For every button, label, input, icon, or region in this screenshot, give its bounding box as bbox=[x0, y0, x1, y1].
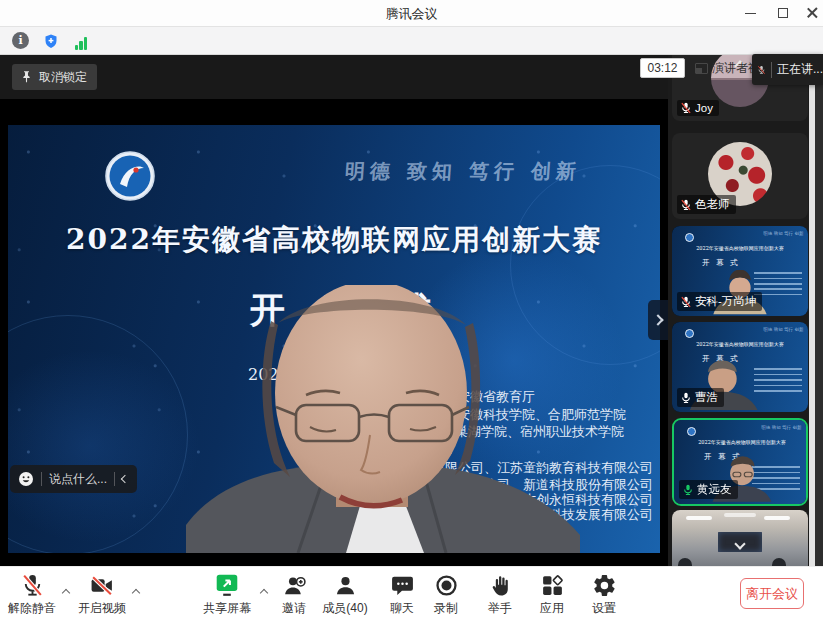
sidebar-collapse-handle[interactable] bbox=[648, 300, 668, 340]
chevron-right-icon bbox=[652, 314, 663, 325]
room-light bbox=[724, 513, 756, 517]
share-options-caret[interactable] bbox=[258, 587, 270, 599]
record-button[interactable]: 录制 bbox=[424, 570, 468, 618]
presenter-person bbox=[178, 285, 588, 553]
mic-on-icon bbox=[680, 392, 692, 404]
start-video-label: 开启视频 bbox=[74, 600, 130, 617]
raise-hand-label: 举手 bbox=[478, 600, 522, 617]
title-bar: 腾讯会议 bbox=[0, 0, 823, 27]
record-icon bbox=[424, 570, 468, 598]
mini-logo bbox=[685, 233, 694, 242]
apps-grid-icon bbox=[530, 570, 574, 598]
scroll-down-button[interactable] bbox=[730, 537, 750, 551]
chat-bubble-icon bbox=[380, 570, 424, 598]
minimize-button[interactable] bbox=[738, 0, 764, 26]
invite-person-icon bbox=[272, 570, 316, 598]
participant-name: 曹浩 bbox=[695, 390, 718, 405]
participant-tile-caohao[interactable]: 明德 致知 笃行 创新 2022年安徽省高校物联网应用创新大赛 开幕式 曹浩 bbox=[672, 322, 808, 412]
network-quality-icon[interactable] bbox=[72, 32, 90, 50]
minimize-icon bbox=[745, 13, 756, 14]
mini-title: 2022年安徽省高校物联网应用创新大赛 bbox=[674, 439, 806, 446]
mini-motto: 明德 致知 笃行 创新 bbox=[764, 326, 804, 332]
unmute-label: 解除静音 bbox=[4, 600, 60, 617]
mic-muted-icon bbox=[680, 199, 692, 211]
maximize-icon bbox=[778, 8, 788, 18]
invite-button[interactable]: 邀请 bbox=[272, 570, 316, 618]
meeting-content: 取消锁定 明德 致知 笃行 创新 2022年安徽省高校物联网应用创新大赛 bbox=[0, 55, 823, 566]
mini-motto: 明德 致知 笃行 创新 bbox=[762, 424, 802, 430]
speaking-indicator-panel[interactable]: 正在讲... bbox=[752, 54, 823, 85]
chat-button[interactable]: 聊天 bbox=[380, 570, 424, 618]
record-label: 录制 bbox=[424, 600, 468, 617]
sidebar-right-edge bbox=[815, 55, 823, 566]
chevron-down-icon bbox=[734, 538, 745, 549]
unpin-label: 取消锁定 bbox=[39, 69, 87, 86]
bubble-divider bbox=[114, 472, 115, 486]
leave-meeting-button[interactable]: 离开会议 bbox=[740, 578, 804, 609]
mic-speaking-icon bbox=[682, 484, 694, 496]
room-person bbox=[772, 558, 786, 566]
emoji-icon bbox=[18, 471, 34, 487]
members-label: 成员(40) bbox=[316, 600, 374, 617]
network-bar bbox=[84, 37, 87, 50]
video-options-caret[interactable] bbox=[130, 587, 142, 599]
mini-title: 2022年安徽省高校物联网应用创新大赛 bbox=[672, 245, 808, 252]
slide-motto: 明德 致知 笃行 创新 bbox=[344, 158, 582, 185]
bubble-divider bbox=[41, 472, 42, 486]
settings-label: 设置 bbox=[582, 600, 626, 617]
unpin-button[interactable]: 取消锁定 bbox=[12, 64, 97, 90]
participant-tile-anke[interactable]: 明德 致知 笃行 创新 2022年安徽省高校物联网应用创新大赛 开幕式 bbox=[672, 226, 808, 316]
meeting-info-icon[interactable]: i bbox=[12, 32, 29, 49]
participant-nametag: 色老师 bbox=[677, 195, 736, 214]
slide-ring-decor bbox=[8, 315, 188, 553]
speaker-view-icon bbox=[695, 63, 708, 74]
security-shield-icon[interactable] bbox=[42, 32, 60, 50]
participant-tile-teacher[interactable]: 色老师 bbox=[672, 133, 808, 219]
raise-hand-button[interactable]: 举手 bbox=[478, 570, 522, 618]
mic-muted-icon bbox=[757, 63, 766, 77]
mic-muted-icon bbox=[680, 102, 692, 114]
slide-title: 2022年安徽省高校物联网应用创新大赛 bbox=[8, 221, 660, 259]
maximize-button[interactable] bbox=[770, 0, 796, 26]
members-button[interactable]: 成员(40) bbox=[316, 570, 374, 618]
mini-logo bbox=[685, 329, 694, 338]
apps-button[interactable]: 应用 bbox=[530, 570, 574, 618]
participant-tile-huangyuanyou-active-speaker[interactable]: 明德 致知 笃行 创新 2022年安徽省高校物联网应用创新大赛 开幕式 bbox=[672, 418, 808, 506]
network-bar bbox=[75, 45, 78, 50]
participant-name: 安科-万尚坤 bbox=[695, 294, 756, 309]
mini-ceremony: 开幕式 bbox=[702, 257, 744, 268]
speaking-now-label: 正在讲... bbox=[777, 61, 823, 78]
video-top-overlay: 取消锁定 bbox=[0, 55, 668, 99]
close-icon bbox=[807, 8, 817, 18]
share-screen-icon bbox=[196, 570, 258, 598]
panel-divider bbox=[771, 62, 772, 78]
status-bar: i 03:12 演讲者视图 bbox=[0, 27, 823, 55]
chat-input-placeholder[interactable]: 说点什么... bbox=[49, 471, 107, 488]
share-screen-label: 共享屏幕 bbox=[196, 600, 258, 617]
collapse-bubble-icon[interactable] bbox=[121, 475, 129, 483]
meeting-timer: 03:12 bbox=[640, 58, 685, 78]
mic-options-caret[interactable] bbox=[60, 587, 72, 599]
room-light bbox=[686, 516, 712, 520]
camera-off-icon bbox=[74, 570, 130, 598]
gear-icon bbox=[582, 570, 626, 598]
share-screen-button[interactable]: 共享屏幕 bbox=[196, 570, 258, 618]
close-button[interactable] bbox=[799, 0, 823, 26]
apps-label: 应用 bbox=[530, 600, 574, 617]
room-person bbox=[678, 558, 692, 566]
participant-nametag: Joy bbox=[677, 100, 719, 116]
bottom-toolbar: 解除静音 开启视频 共享屏幕 bbox=[0, 566, 823, 620]
unmute-button[interactable]: 解除静音 bbox=[4, 570, 60, 618]
start-video-button[interactable]: 开启视频 bbox=[74, 570, 130, 618]
mini-title: 2022年安徽省高校物联网应用创新大赛 bbox=[672, 341, 808, 348]
network-bar bbox=[79, 41, 82, 50]
window-title: 腾讯会议 bbox=[0, 5, 823, 23]
quick-chat-bubble[interactable]: 说点什么... bbox=[10, 465, 137, 493]
room-light bbox=[764, 516, 790, 520]
university-logo bbox=[105, 151, 155, 201]
settings-button[interactable]: 设置 bbox=[582, 570, 626, 618]
participant-name: Joy bbox=[695, 102, 713, 114]
mic-muted-icon bbox=[680, 296, 692, 308]
mini-logo bbox=[687, 427, 696, 436]
participant-name: 黄远友 bbox=[697, 482, 732, 497]
